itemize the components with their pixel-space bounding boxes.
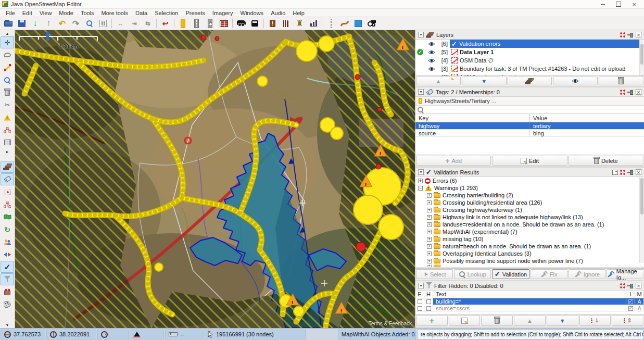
expand-icon[interactable] [427,193,432,198]
wall-preset-icon[interactable] [217,18,230,29]
close-panel-icon[interactable] [636,89,641,95]
tag-row-source[interactable]: source bing [415,130,644,137]
delete-tool-icon[interactable] [1,86,14,98]
draw-tool-icon[interactable] [1,61,14,73]
hide-column-header[interactable]: H [424,291,433,298]
redo-icon[interactable]: ↷ [69,18,82,29]
detach-icon[interactable] [620,283,625,288]
relations-panel-toggle-icon[interactable] [1,198,14,210]
authors-panel-toggle-icon[interactable] [1,236,14,248]
edit-tag-button[interactable]: Edit [492,156,567,166]
eye-icon[interactable] [428,50,435,55]
layer-row-data-layer-1[interactable]: [5] Data Layer 1 [415,48,644,56]
scroll-down-icon[interactable]: ▼ [1,322,14,328]
close-panel-icon[interactable] [636,169,641,175]
expand-icon[interactable] [427,208,432,212]
minimap-toggle-icon[interactable] [1,211,14,223]
menu-help[interactable]: Help [289,10,308,16]
delete-filter-button[interactable] [481,315,513,326]
maximize-button[interactable] [611,0,626,9]
add-tag-button[interactable]: +Add [416,156,491,166]
tags-panel-toggle-icon[interactable] [1,173,14,185]
text-column-header[interactable]: Text [433,291,626,298]
filter-row-building[interactable]: building=* A [415,298,644,305]
tree-row-warnings[interactable]: Warnings (1 293) [415,184,644,192]
expand-icon[interactable] [427,237,432,242]
pin-icon[interactable] [627,283,634,288]
waterway-preset-icon[interactable] [338,18,351,29]
move-layer-down-button[interactable]: ▼ [462,77,507,85]
tree-row-warning-item[interactable]: Crossing barrier/building (2) [415,192,644,199]
value-column-header[interactable]: Value [530,114,644,122]
changeset-panel-toggle-icon[interactable] [1,286,14,298]
expand-icon[interactable] [427,259,432,263]
expand-icon[interactable] [427,200,432,205]
expand-icon[interactable] [427,215,432,220]
menu-audio[interactable]: Audio [267,10,289,16]
merge-layer-button[interactable] [508,77,552,85]
tree-row-warning-item[interactable]: MapWithAI (experimental) (7) [415,228,644,235]
collapse-icon[interactable] [418,169,424,175]
reverse-way-icon[interactable]: ↩ [159,18,172,29]
bus-preset-icon[interactable] [248,18,261,29]
enable-checkbox[interactable] [418,299,422,304]
collapse-icon[interactable] [418,89,424,95]
tractor-preset-icon[interactable] [365,18,378,29]
dashed-road-preset-icon[interactable] [324,18,337,29]
hide-checkbox[interactable] [426,306,431,311]
delete-layer-button[interactable] [599,77,643,85]
expand-more-icon[interactable]: ▸ [1,149,14,155]
eye-icon[interactable] [428,42,435,46]
validation-scrollbar[interactable] [639,177,644,263]
parallel-way-tool-icon[interactable] [1,124,14,136]
layer-row-boundary[interactable]: [3] Boundary for task: 3 of TM Project #… [415,65,644,73]
minimize-button[interactable] [595,0,611,9]
menu-imagery[interactable]: Imagery [209,10,237,16]
tree-row-warning-item[interactable]: missing tag (10) [415,235,644,243]
tree-row-warning-item[interactable]: Crossing building/residential area (126) [415,199,644,206]
manage-ignore-button[interactable]: Manage Ig... [607,269,643,279]
menu-more-tools[interactable]: More tools [98,10,132,16]
unglue-ways-icon[interactable]: ↔ [114,18,127,29]
expand-icon[interactable] [427,230,432,234]
tree-row-warning-item[interactable]: natural=beach on a node. Should be drawn… [415,243,644,250]
undo-icon[interactable]: ↶ [56,18,69,29]
amenity-preset-icon[interactable] [266,18,279,29]
detach-icon[interactable] [620,90,625,95]
table-tool-icon[interactable] [1,136,14,148]
move-filter-up-button[interactable]: ▲ [514,315,546,326]
expand-icon[interactable] [418,179,423,183]
pin-icon[interactable] [627,90,634,94]
collapse-icon[interactable] [418,32,424,37]
chart-preset-icon[interactable] [307,18,320,29]
pin-icon[interactable] [627,32,634,37]
layer-row-osm-data[interactable]: [4] OSM Data ∅ [415,56,644,65]
select-tool-icon[interactable]: ✛ [1,36,14,48]
tree-row-errors[interactable]: Errors (6) [415,177,644,184]
validation-button[interactable]: Validation [492,269,529,279]
map-attribution-link[interactable]: Terms & Feedback [369,321,412,326]
select-button[interactable]: ➤Select [416,269,453,279]
castle-preset-icon[interactable]: ♜ [293,18,306,29]
sync-toggle-icon[interactable]: ↻ [1,223,14,235]
collapse-icon[interactable] [418,283,424,288]
ignore-button[interactable]: Ignore [569,269,605,279]
layers-scrollbar[interactable] [639,40,644,77]
preset-link[interactable]: Highways/Streets/Tertiary ... [415,97,644,106]
selection-panel-toggle-icon[interactable] [1,186,14,198]
inverted-checkbox[interactable] [628,306,633,311]
tree-row-warning-item[interactable]: Possibly missing line support node withi… [415,257,644,265]
layer-row-validation-errors[interactable]: [6] Validation errors [415,40,644,48]
eye-icon[interactable] [428,58,435,63]
tree-row-warning-item[interactable]: Crossing highway/waterway (1) [415,206,644,213]
road-tertiary-preset-icon[interactable] [176,18,190,29]
tree-row-warning-item[interactable]: Highway link is not linked to adequate h… [415,213,644,221]
move-filter-down-button[interactable]: ▼ [547,315,578,326]
layers-panel-toggle-icon[interactable] [1,161,14,173]
expand-icon[interactable] [427,251,432,256]
mapstyle-panel-toggle-icon[interactable] [1,298,14,310]
car-preset-icon[interactable] [235,18,248,29]
menu-windows[interactable]: Windows [237,10,268,16]
preferences-icon[interactable] [96,18,109,29]
fix-button[interactable]: Fix [531,269,567,279]
